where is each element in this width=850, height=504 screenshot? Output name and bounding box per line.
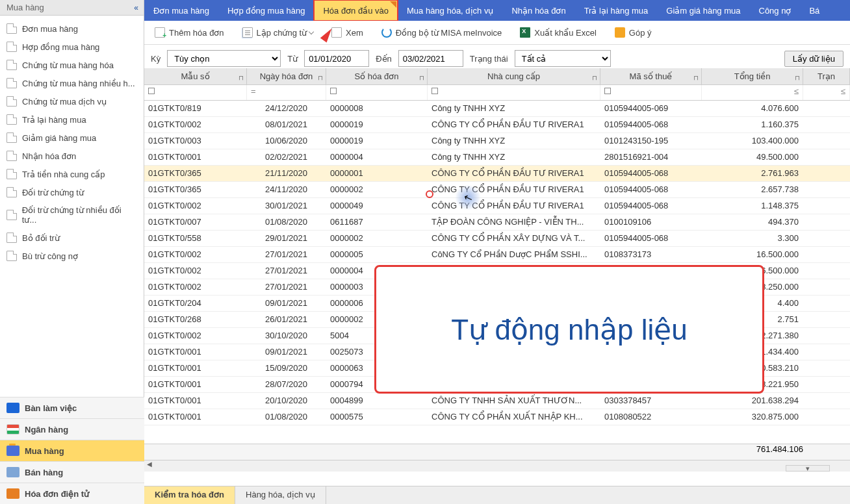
nav-label: Chứng từ mua hàng hóa: [22, 60, 114, 70]
doc-icon: [6, 151, 17, 161]
table-row[interactable]: 01GTKT0/00310/06/20200000019Công ty TNHH…: [144, 133, 850, 149]
tab[interactable]: Trả lại hàng mua: [575, 0, 658, 21]
cell: 0000008: [326, 101, 428, 116]
cell: 4.076.600: [702, 101, 803, 116]
export-excel-button[interactable]: Xuất khẩu Excel: [516, 25, 600, 40]
nav-item[interactable]: Bù trừ công nợ: [0, 247, 144, 265]
filter-cell[interactable]: ≤: [803, 85, 850, 100]
fetch-data-button[interactable]: Lấy dữ liệu: [784, 51, 844, 67]
cell: 0100109106: [600, 214, 702, 230]
col-status[interactable]: Trạn: [803, 68, 850, 84]
cell: [803, 182, 850, 197]
nav-item[interactable]: Hợp đồng mua hàng: [0, 38, 144, 56]
cell: 3.300: [702, 231, 803, 246]
cell: CÔNG TY CỔ PHẦN ĐẦU TƯ RIVERA1: [428, 166, 600, 181]
nav-item[interactable]: Nhận hóa đơn: [0, 147, 144, 165]
col-date[interactable]: Ngày hóa đơn: [247, 68, 326, 84]
tab-goods-services[interactable]: Hàng hóa, dịch vụ: [235, 486, 326, 504]
table-row[interactable]: 01GTKT0/55829/01/20210000002CÔNG TY CỔ P…: [144, 231, 850, 247]
nav-item[interactable]: Chứng từ mua dịch vụ: [0, 92, 144, 110]
tab-label: Trả lại hàng mua: [584, 6, 649, 16]
doc-icon: [6, 251, 17, 261]
status-select[interactable]: Tất cả: [515, 50, 611, 67]
bottom-nav-item[interactable]: Bán hàng: [0, 461, 144, 483]
col-tax[interactable]: Mã số thuế: [600, 68, 702, 84]
table-row[interactable]: 01GTKT0/36521/11/20200000001CÔNG TY CỔ P…: [144, 166, 850, 182]
tab[interactable]: Hợp đồng mua hàng: [218, 0, 314, 21]
filter-cell[interactable]: [600, 85, 702, 100]
table-row[interactable]: 01GTKT0/00102/02/20210000004Công ty TNHH…: [144, 149, 850, 166]
nav-label: Chứng từ mua hàng nhiều h...: [22, 79, 135, 88]
nav-item[interactable]: Đối trừ chứng từ nhiều đối tư...: [0, 201, 144, 229]
cell: 01GTKT0/002: [144, 263, 247, 279]
nav-item[interactable]: Trả lại hàng mua: [0, 110, 144, 129]
cell: [803, 377, 850, 392]
cell: 20/10/2020: [247, 393, 326, 409]
cell: [803, 198, 850, 214]
tab[interactable]: Hóa đơn đầu vào: [314, 0, 398, 21]
cell: 01GTKT0/268: [144, 312, 247, 327]
module-icon: [6, 424, 19, 435]
cell: 01GTKT0/001: [144, 360, 247, 376]
feedback-button[interactable]: Góp ý: [611, 25, 656, 40]
horizontal-scrollbar[interactable]: [144, 460, 850, 472]
nav-item[interactable]: Đối trừ chứng từ: [0, 183, 144, 201]
nav-label: Hợp đồng mua hàng: [22, 42, 99, 52]
col-number[interactable]: Số hóa đơn: [326, 68, 428, 84]
filter-cell[interactable]: ≤: [702, 85, 803, 100]
table-row[interactable]: 01GTKT0/00208/01/20210000019CÔNG TY CỔ P…: [144, 117, 850, 133]
tab[interactable]: Công nợ: [750, 0, 801, 21]
expand-handle[interactable]: [779, 465, 837, 473]
cell: 01GTKT0/819: [144, 101, 247, 116]
tab[interactable]: Mua hàng hóa, dịch vụ: [398, 0, 502, 21]
bottom-nav-item[interactable]: Mua hàng: [0, 440, 144, 461]
create-voucher-button[interactable]: Lập chứng từ: [238, 25, 318, 40]
tab-check-invoice[interactable]: Kiểm tra hóa đơn: [144, 486, 235, 504]
cell: CÔNG TY CỔ PHẦN ĐẦU TƯ RIVERA1: [428, 182, 600, 197]
col-template[interactable]: Mẫu số: [144, 68, 247, 84]
tab[interactable]: Giảm giá hàng mua: [657, 0, 749, 21]
period-select[interactable]: Tùy chọn: [167, 50, 281, 67]
from-date-input[interactable]: [304, 50, 369, 67]
period-label: Kỳ: [151, 54, 161, 64]
nav-item[interactable]: Đơn mua hàng: [0, 19, 144, 38]
tab[interactable]: Bá: [800, 0, 829, 21]
doc-icon: [6, 210, 17, 220]
module-icon: [6, 488, 19, 499]
bottom-nav-item[interactable]: Hóa đơn điện tử: [0, 483, 144, 504]
sync-button[interactable]: Đồng bộ từ MISA meInvoice: [378, 25, 506, 40]
table-row[interactable]: 01GTKT0/00120/10/20200004899CÔNG TY TNHH…: [144, 393, 850, 409]
col-total[interactable]: Tổng tiền: [702, 68, 803, 84]
table-row[interactable]: 01GTKT0/00701/08/20200611687TẬP ĐOÀN CÔN…: [144, 214, 850, 231]
tab-label: Mua hàng hóa, dịch vụ: [407, 6, 493, 16]
filter-cell[interactable]: =: [247, 85, 326, 100]
table-row[interactable]: 01GTKT0/81924/12/20200000008Công ty TNHH…: [144, 101, 850, 117]
top-tabs: Đơn mua hàngHợp đồng mua hàngHóa đơn đầu…: [144, 0, 850, 21]
filter-cell[interactable]: [144, 85, 247, 100]
bottom-nav-item[interactable]: Bàn làm việc: [0, 397, 144, 418]
table-row[interactable]: 01GTKT0/36524/11/20200000002CÔNG TY CỔ P…: [144, 182, 850, 198]
filter-cell[interactable]: [428, 85, 600, 100]
tab[interactable]: Nhận hóa đơn: [502, 0, 574, 21]
cell: 0105944005-069: [600, 101, 702, 116]
col-vendor[interactable]: Nhà cung cấp: [428, 68, 600, 84]
bottom-nav-item[interactable]: Ngân hàng: [0, 418, 144, 440]
nav-item[interactable]: Chứng từ mua hàng hóa: [0, 56, 144, 74]
cell: 01GTKT0/001: [144, 344, 247, 360]
to-date-input[interactable]: [398, 50, 463, 67]
table-row[interactable]: 01GTKT0/00101/08/20200000575CÔNG TY CỔ P…: [144, 409, 850, 425]
nav-item[interactable]: Bỏ đối trừ: [0, 229, 144, 247]
table-row[interactable]: 01GTKT0/00227/01/20210000005CôNG TY Cổ P…: [144, 247, 850, 263]
collapse-icon[interactable]: «: [134, 3, 137, 12]
doc-icon: [6, 114, 17, 125]
cell: [803, 263, 850, 279]
filter-cell[interactable]: [326, 85, 428, 100]
cell: 01GTKT0/007: [144, 214, 247, 230]
add-invoice-button[interactable]: Thêm hóa đơn: [151, 25, 228, 40]
table-row[interactable]: 01GTKT0/00230/01/20210000049CÔNG TY CỔ P…: [144, 198, 850, 214]
nav-item[interactable]: Trả tiền nhà cung cấp: [0, 165, 144, 183]
tab-label: Giảm giá hàng mua: [666, 6, 740, 16]
tab[interactable]: Đơn mua hàng: [144, 0, 218, 21]
nav-item[interactable]: Giảm giá hàng mua: [0, 129, 144, 147]
nav-item[interactable]: Chứng từ mua hàng nhiều h...: [0, 74, 144, 92]
